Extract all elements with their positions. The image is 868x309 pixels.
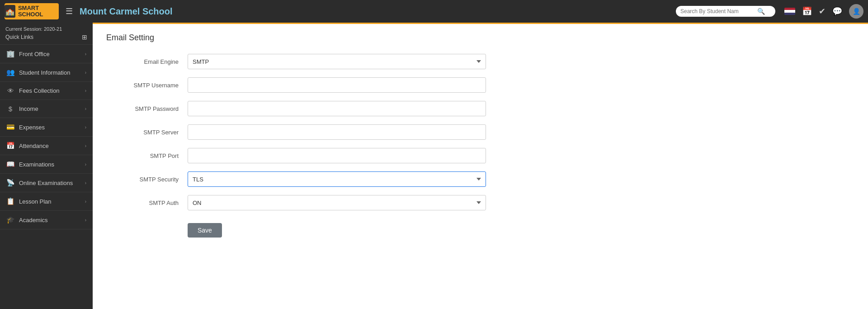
front-office-chevron: › [85,52,86,57]
email-engine-select[interactable]: SMTP Sendmail PHP Mail [188,54,486,69]
sidebar-item-examinations[interactable]: 📖 Examinations › [0,155,93,174]
smtp-username-row: SMTP Username [106,77,513,93]
school-name: Mount Carmel School [80,6,671,17]
checkmark-icon[interactable]: ✔ [819,6,826,16]
quick-links: Quick Links ⊞ [5,33,87,41]
smtp-username-input[interactable] [188,77,486,93]
save-row: Save [106,219,513,238]
smtp-server-input[interactable] [188,124,486,140]
online-exam-chevron: › [85,181,86,185]
smtp-security-row: SMTP Security TLS SSL None [106,171,513,187]
academics-icon: 🎓 [6,216,14,224]
expenses-icon: 💳 [6,123,14,131]
session-bar: Current Session: 2020-21 Quick Links ⊞ [0,23,93,45]
online-exam-icon: 📡 [6,179,14,187]
session-label: Current Session: 2020-21 [5,26,87,32]
email-engine-row: Email Engine SMTP Sendmail PHP Mail [106,54,513,69]
attendance-chevron: › [85,143,86,148]
flag-icon[interactable] [784,8,795,15]
smtp-port-input[interactable] [188,148,486,163]
examinations-label: Examinations [19,161,54,168]
search-input[interactable] [680,8,757,14]
lesson-plan-chevron: › [85,199,86,204]
logo: 🏫 SMART SCHOOL [5,3,59,19]
online-exam-label: Online Examinations [19,180,73,186]
smtp-auth-row: SMTP Auth ON OFF [106,195,513,210]
smtp-password-input[interactable] [188,101,486,116]
grid-icon[interactable]: ⊞ [82,33,87,41]
income-label: Income [19,105,38,112]
front-office-icon: 🏢 [6,50,14,58]
student-info-icon: 👥 [6,68,14,76]
fees-label: Fees Collection [19,87,60,94]
sidebar: Current Session: 2020-21 Quick Links ⊞ 🏢… [0,23,93,309]
smtp-server-row: SMTP Server [106,124,513,140]
smtp-username-label: SMTP Username [106,82,188,89]
calendar-icon[interactable]: 📅 [802,6,812,16]
sidebar-item-front-office[interactable]: 🏢 Front Office › [0,45,93,63]
income-chevron: › [85,106,86,111]
fees-icon: 👁 [6,87,14,95]
top-nav: 🏫 SMART SCHOOL ☰ Mount Carmel School 🔍 📅… [0,0,868,23]
smtp-security-select[interactable]: TLS SSL None [188,171,486,187]
whatsapp-icon[interactable]: 💬 [832,6,842,16]
income-icon: $ [6,105,14,113]
examinations-icon: 📖 [6,160,14,168]
fees-chevron: › [85,88,86,93]
sidebar-item-student-information[interactable]: 👥 Student Information › [0,63,93,82]
content-area: Email Setting Email Engine SMTP Sendmail… [93,24,868,255]
lesson-plan-label: Lesson Plan [19,198,52,205]
lesson-plan-icon: 📋 [6,197,14,205]
search-box: 🔍 [676,6,775,17]
sidebar-item-online-examinations[interactable]: 📡 Online Examinations › [0,174,93,192]
layout: Current Session: 2020-21 Quick Links ⊞ 🏢… [0,23,868,309]
sidebar-item-income[interactable]: $ Income › [0,100,93,118]
sidebar-item-lesson-plan[interactable]: 📋 Lesson Plan › [0,192,93,211]
smtp-password-label: SMTP Password [106,105,188,112]
email-setting-form: Email Engine SMTP Sendmail PHP Mail SMTP… [106,54,513,238]
examinations-chevron: › [85,162,86,167]
user-avatar[interactable]: 👤 [849,4,863,19]
save-button[interactable]: Save [188,223,222,238]
hamburger-button[interactable]: ☰ [63,4,75,19]
smtp-server-label: SMTP Server [106,129,188,136]
expenses-label: Expenses [19,124,45,131]
sidebar-item-expenses[interactable]: 💳 Expenses › [0,118,93,137]
sidebar-item-attendance[interactable]: 📅 Attendance › [0,137,93,155]
smtp-port-row: SMTP Port [106,148,513,163]
academics-chevron: › [85,218,86,223]
expenses-chevron: › [85,125,86,130]
attendance-icon: 📅 [6,142,14,150]
smtp-security-label: SMTP Security [106,176,188,183]
smtp-auth-label: SMTP Auth [106,200,188,206]
academics-label: Academics [19,217,48,223]
smtp-password-row: SMTP Password [106,101,513,116]
search-icon[interactable]: 🔍 [757,8,765,15]
main-content: Email Setting Email Engine SMTP Sendmail… [93,23,868,309]
email-engine-label: Email Engine [106,58,188,65]
page-title: Email Setting [106,33,854,43]
logo-icon: 🏫 [5,5,15,18]
attendance-label: Attendance [19,143,49,149]
nav-icons: 📅 ✔ 💬 👤 [784,4,863,19]
sidebar-item-fees-collection[interactable]: 👁 Fees Collection › [0,82,93,100]
logo-text: SMART SCHOOL [18,5,59,18]
front-office-label: Front Office [19,51,50,57]
quick-links-label: Quick Links [5,34,33,40]
sidebar-item-academics[interactable]: 🎓 Academics › [0,211,93,229]
student-info-label: Student Information [19,69,70,76]
student-info-chevron: › [85,70,86,75]
smtp-auth-select[interactable]: ON OFF [188,195,486,210]
smtp-port-label: SMTP Port [106,152,188,159]
